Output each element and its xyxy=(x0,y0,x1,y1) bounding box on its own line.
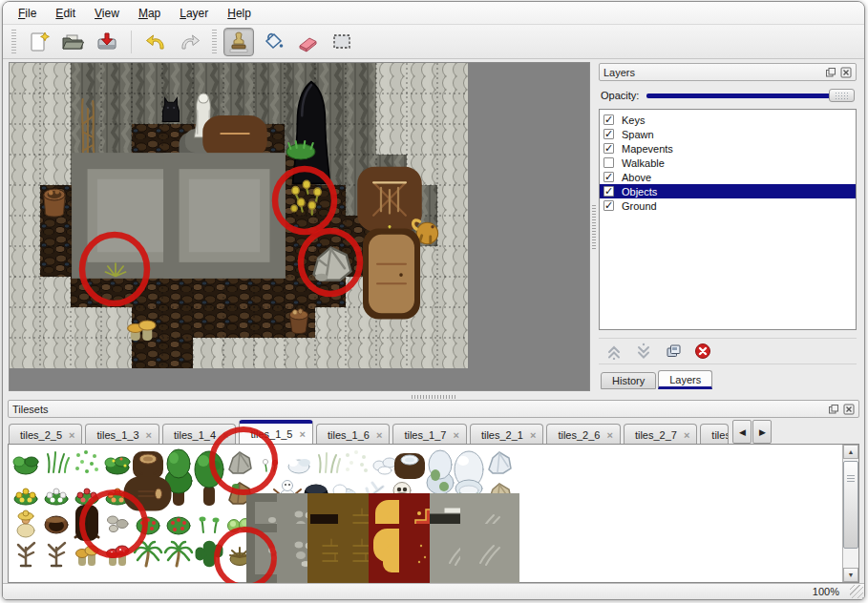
layer-checkbox-mapevents[interactable]: ✓ xyxy=(603,143,614,154)
tileset-tab-tiles_2_1[interactable]: tiles_2_1× xyxy=(470,424,543,444)
lower-layer-button[interactable] xyxy=(634,342,653,361)
save-file-icon xyxy=(95,31,118,53)
layer-label: Spawn xyxy=(622,129,654,140)
tileset-canvas[interactable] xyxy=(9,445,843,580)
tile-trunkDark[interactable] xyxy=(75,510,98,537)
tile-berry[interactable] xyxy=(137,517,159,534)
tab-close-icon[interactable]: × xyxy=(606,429,612,441)
tilesets-panel-header: Tilesets xyxy=(8,400,859,418)
tab-close-icon[interactable]: × xyxy=(684,429,689,441)
layer-checkbox-keys[interactable]: ✓ xyxy=(603,114,614,125)
tab-close-icon[interactable]: × xyxy=(300,428,306,440)
scroll-left-button[interactable]: ◀ xyxy=(732,420,752,444)
menu-item-help[interactable]: Help xyxy=(218,4,261,23)
opacity-slider-handle[interactable] xyxy=(829,89,855,102)
tab-close-icon[interactable]: × xyxy=(376,429,382,441)
layer-checkbox-walkable[interactable] xyxy=(603,157,614,168)
scrollbar-thumb[interactable] xyxy=(843,461,858,549)
layer-list: ✓Keys✓Spawn✓MapeventsWalkable✓Above✓Obje… xyxy=(599,109,857,330)
layer-row-mapevents[interactable]: ✓Mapevents xyxy=(600,141,856,156)
layer-row-spawn[interactable]: ✓Spawn xyxy=(600,127,856,141)
tab-close-icon[interactable]: × xyxy=(69,429,74,441)
dock-tab-history[interactable]: History xyxy=(601,372,656,389)
map-viewport[interactable] xyxy=(9,62,590,391)
toolbar-undo-button[interactable] xyxy=(140,28,171,56)
tile-snowBushS[interactable] xyxy=(288,459,310,473)
layer-label: Walkable xyxy=(622,157,665,169)
duplicate-layer-button[interactable] xyxy=(664,342,683,361)
layer-row-above[interactable]: ✓Above xyxy=(600,170,856,184)
raise-layer-button[interactable] xyxy=(604,342,624,361)
resize-grip[interactable] xyxy=(850,585,863,598)
layer-checkbox-ground[interactable]: ✓ xyxy=(603,200,614,211)
layer-checkbox-spawn[interactable]: ✓ xyxy=(603,129,614,139)
tile-stump[interactable] xyxy=(138,454,158,474)
layer-row-walkable[interactable]: Walkable xyxy=(600,156,856,170)
splitter-grip xyxy=(412,395,455,399)
tileset-tab-tiles_1_3[interactable]: tiles_1_3× xyxy=(85,424,159,444)
scroll-right-button[interactable]: ▶ xyxy=(752,420,772,444)
menu-item-layer[interactable]: Layer xyxy=(170,4,218,23)
vertical-splitter[interactable] xyxy=(590,62,597,391)
toolbar-handle[interactable] xyxy=(11,30,16,54)
toolbar-save-file-button[interactable] xyxy=(92,28,122,56)
tilesets-panel-title: Tilesets xyxy=(12,404,824,415)
layer-row-ground[interactable]: ✓Ground xyxy=(600,198,856,213)
layer-checkbox-objects[interactable]: ✓ xyxy=(603,186,614,197)
tile-pitBrown[interactable] xyxy=(45,516,68,533)
tile-clover[interactable] xyxy=(105,457,130,474)
close-panel-icon[interactable] xyxy=(842,403,855,415)
eraser-tool-icon xyxy=(296,31,319,53)
open-file-icon xyxy=(61,31,84,53)
layers-panel-title: Layers xyxy=(603,67,821,78)
new-file-icon xyxy=(27,31,50,53)
opacity-row: Opacity: xyxy=(599,87,857,104)
splitter-grip xyxy=(592,205,596,249)
layer-checkbox-above[interactable]: ✓ xyxy=(603,172,614,182)
toolbar-handle[interactable] xyxy=(212,30,217,54)
layer-row-keys[interactable]: ✓Keys xyxy=(600,113,856,127)
tab-label: tiles_1_4 xyxy=(174,429,216,441)
tileset-tab-tiles_[interactable]: tiles_× xyxy=(700,424,729,444)
menu-item-map[interactable]: Map xyxy=(129,4,170,23)
tab-close-icon[interactable]: × xyxy=(530,429,536,441)
delete-layer-button[interactable] xyxy=(693,342,712,361)
toolbar-redo-button[interactable] xyxy=(175,28,205,56)
float-panel-icon[interactable] xyxy=(824,66,836,78)
toolbar-stamp-tool-button[interactable] xyxy=(223,28,254,56)
tileset-tab-tiles_2_7[interactable]: tiles_2_7× xyxy=(624,424,697,444)
tileset-scrollbar[interactable]: ▲ ▼ xyxy=(842,445,858,582)
scrollbar-down-icon[interactable]: ▼ xyxy=(843,568,858,582)
tile-grayLeaf[interactable] xyxy=(476,539,505,569)
tab-close-icon[interactable]: × xyxy=(146,429,152,441)
scrollbar-up-icon[interactable]: ▲ xyxy=(843,445,858,459)
tile-log[interactable] xyxy=(136,489,162,499)
tab-label: tiles_1_3 xyxy=(96,429,138,441)
horizontal-splitter[interactable] xyxy=(3,393,864,400)
opacity-slider[interactable] xyxy=(646,88,855,103)
dock-tab-layers[interactable]: Layers xyxy=(658,370,712,389)
menu-item-edit[interactable]: Edit xyxy=(46,4,85,23)
tileset-tab-tiles_2_6[interactable]: tiles_2_6× xyxy=(546,424,620,444)
menu-item-file[interactable]: File xyxy=(9,4,46,23)
tab-close-icon[interactable]: × xyxy=(453,429,458,441)
tab-label: tiles_ xyxy=(711,429,729,441)
map-canvas[interactable] xyxy=(10,63,468,368)
map-object-barrel xyxy=(44,189,66,217)
tile-snowStump[interactable] xyxy=(401,455,418,471)
toolbar-eraser-tool-button[interactable] xyxy=(292,28,323,56)
layer-row-objects[interactable]: ✓Objects xyxy=(600,184,856,198)
toolbar-fill-tool-button[interactable] xyxy=(258,28,288,56)
tileset-tabbar: tiles_2_5×tiles_1_3×tiles_1_4×tiles_1_5×… xyxy=(8,418,859,444)
tileset-tab-tiles_2_5[interactable]: tiles_2_5× xyxy=(9,424,82,444)
close-panel-icon[interactable] xyxy=(839,66,852,78)
toolbar-new-file-button[interactable] xyxy=(23,28,53,56)
tileset-tab-tiles_1_6[interactable]: tiles_1_6× xyxy=(316,424,390,444)
toolbar-select-tool-button[interactable] xyxy=(327,28,357,56)
menu-item-view[interactable]: View xyxy=(85,4,129,23)
toolbar-open-file-button[interactable] xyxy=(57,28,88,56)
tile-bushS[interactable] xyxy=(13,457,38,474)
tileset-tab-tiles_1_7[interactable]: tiles_1_7× xyxy=(392,424,466,444)
float-panel-icon[interactable] xyxy=(827,403,839,415)
tile-berry[interactable] xyxy=(167,517,190,534)
